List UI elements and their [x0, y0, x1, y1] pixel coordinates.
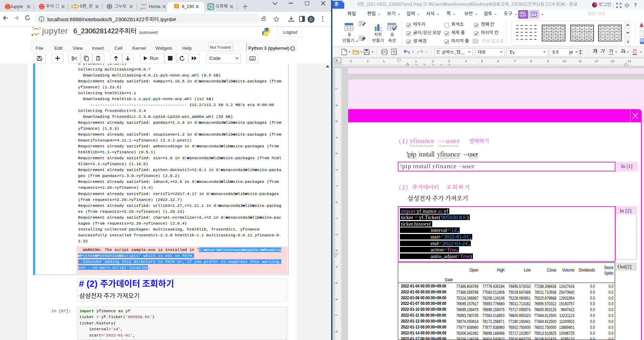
svg-text:D: D	[309, 17, 313, 22]
